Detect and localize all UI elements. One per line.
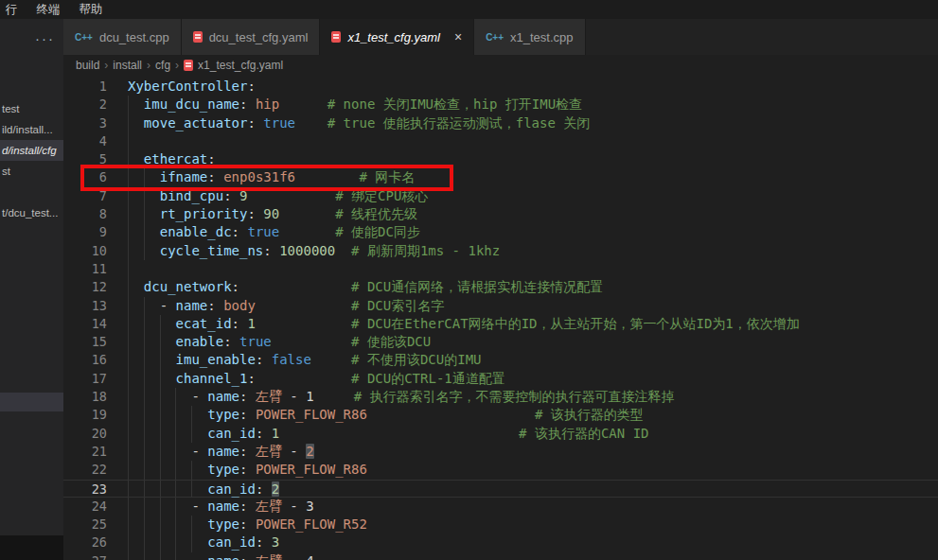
code-line: 2 imu_dcu_name: hip # none 关闭IMU检查，hip 打… xyxy=(63,96,938,114)
line-number: 27 xyxy=(63,552,107,560)
code-line: 16 imu_enable: false # 不使用该DCU的IMU xyxy=(63,351,938,369)
breadcrumb-item[interactable]: cfg xyxy=(155,59,170,72)
code-line: 8 rt_priority: 90 # 线程优先级 xyxy=(63,205,938,223)
line-number: 16 xyxy=(63,351,107,369)
code-line-text: can_id: 3 xyxy=(107,534,279,551)
sidebar-selected-row[interactable] xyxy=(0,393,63,411)
tab-bar: C++dcu_test.cppdcu_test_cfg.yamlx1_test_… xyxy=(63,19,938,55)
code-line: 12 dcu_network: # DCU通信网络，请根据实机连接情况配置 xyxy=(63,278,938,296)
indent-guide xyxy=(128,534,129,551)
indent-guide xyxy=(160,351,161,369)
indent-guide xyxy=(144,516,145,534)
yaml-file-icon xyxy=(193,31,203,43)
indent-guide xyxy=(128,315,129,333)
breadcrumb-file[interactable]: x1_test_cfg.yaml xyxy=(184,59,283,72)
line-number: 26 xyxy=(63,534,107,551)
indent-guide xyxy=(128,552,129,560)
line-number: 13 xyxy=(63,297,107,315)
menu-item-2[interactable]: 帮助 xyxy=(80,2,103,18)
indent-guide xyxy=(191,406,192,424)
close-icon[interactable]: × xyxy=(454,30,462,44)
indent-guide xyxy=(144,498,145,516)
indent-guide xyxy=(175,498,176,516)
indent-guide xyxy=(128,150,129,168)
indent-guide xyxy=(128,278,129,296)
indent-guide xyxy=(128,388,129,406)
code-line-text xyxy=(107,260,128,278)
indent-guide xyxy=(144,534,145,551)
sidebar-item[interactable]: test xyxy=(0,98,63,119)
indent-guide xyxy=(160,425,161,443)
indent-guide xyxy=(128,96,129,114)
tab-x1_test_cfg.yaml[interactable]: x1_test_cfg.yaml× xyxy=(320,19,474,55)
code-line: 1XyberController: xyxy=(63,78,938,96)
line-number: 23 xyxy=(63,481,107,497)
sidebar-item[interactable]: d/install/cfg xyxy=(0,140,63,161)
menu-item-1[interactable]: 终端 xyxy=(37,2,61,18)
indent-guide xyxy=(160,388,161,406)
sidebar-item xyxy=(0,182,63,202)
indent-guide xyxy=(191,516,192,534)
code-line: 17 channel_1: # DCU的CTRL-1通道配置 xyxy=(63,370,938,388)
tab-x1_test.cpp[interactable]: C++x1_test.cpp xyxy=(474,19,585,55)
code-line-text: type: POWER_FLOW_R86 # 该执行器的类型 xyxy=(107,406,644,424)
sidebar-item[interactable]: ild/install... xyxy=(0,119,63,140)
code-line-text: ecat_id: 1 # DCU在EtherCAT网络中的ID，从主站开始，第一… xyxy=(107,315,800,333)
breadcrumb: build›install›cfg› x1_test_cfg.yaml xyxy=(63,55,938,76)
breadcrumb-item[interactable]: build xyxy=(76,59,99,72)
indent-guide xyxy=(175,534,176,551)
code-line-text: enable: true # 使能该DCU xyxy=(107,333,431,351)
editor-group: C++dcu_test.cppdcu_test_cfg.yamlx1_test_… xyxy=(63,19,938,560)
indent-guide xyxy=(144,297,145,315)
line-number: 5 xyxy=(63,150,107,168)
indent-guide xyxy=(128,443,129,461)
indent-guide xyxy=(128,132,129,150)
code-line: 19 type: POWER_FLOW_R86 # 该执行器的类型 xyxy=(63,406,938,424)
line-number: 12 xyxy=(63,278,107,296)
code-line-text: - name: 左臂 - 2 xyxy=(107,443,314,461)
line-number: 11 xyxy=(63,260,107,278)
indent-guide xyxy=(175,425,176,443)
more-actions-button[interactable]: ··· xyxy=(35,30,55,46)
indent-guide xyxy=(175,443,176,461)
sidebar-item[interactable]: st xyxy=(0,161,63,182)
indent-guide xyxy=(191,534,192,551)
tab-label: dcu_test.cpp xyxy=(99,30,169,44)
yaml-file-icon xyxy=(184,60,193,71)
indent-guide xyxy=(191,461,192,479)
indent-guide xyxy=(144,370,145,388)
indent-guide xyxy=(144,242,145,260)
menu-item-0[interactable]: 行 xyxy=(6,2,18,18)
indent-guide xyxy=(128,333,129,351)
indent-guide xyxy=(160,498,161,516)
code-line-text: can_id: 2 xyxy=(107,481,279,497)
indent-guide xyxy=(175,388,176,406)
indent-guide xyxy=(128,406,129,424)
indent-guide xyxy=(191,481,192,497)
indent-guide xyxy=(160,443,161,461)
breadcrumb-item[interactable]: install xyxy=(113,59,142,72)
code-editor[interactable]: 1XyberController:2 imu_dcu_name: hip # n… xyxy=(63,76,938,560)
indent-guide xyxy=(144,315,145,333)
code-line: 15 enable: true # 使能该DCU xyxy=(63,333,938,351)
indent-guide xyxy=(144,425,145,443)
code-line: 5 ethercat: xyxy=(63,150,938,168)
sidebar-item[interactable]: t/dcu_test... xyxy=(0,202,63,223)
code-line-text: enable_dc: true # 使能DC同步 xyxy=(107,223,420,241)
code-line: 24 - name: 左臂 - 3 xyxy=(63,498,938,516)
code-line-text: can_id: 1 # 该执行器的CAN ID xyxy=(107,425,649,443)
code-line: 14 ecat_id: 1 # DCU在EtherCAT网络中的ID，从主站开始… xyxy=(63,315,938,333)
indent-guide xyxy=(144,481,145,497)
indent-guide xyxy=(191,425,192,443)
breadcrumb-file-label: x1_test_cfg.yaml xyxy=(198,59,283,72)
workbench: ··· testild/install...d/install/cfgstt/d… xyxy=(0,19,938,560)
code-line-text: - name: body # DCU索引名字 xyxy=(107,297,444,315)
menu-bar: 行终端帮助 xyxy=(0,0,938,19)
breadcrumb-parts: build›install›cfg› xyxy=(76,59,179,72)
tab-dcu_test.cpp[interactable]: C++dcu_test.cpp xyxy=(63,19,182,55)
tab-dcu_test_cfg.yaml[interactable]: dcu_test_cfg.yaml xyxy=(182,19,321,55)
code-line-text: - name: 左臂 - 4 xyxy=(107,552,314,560)
indent-guide xyxy=(128,260,129,278)
code-line-text: type: POWER_FLOW_R52 xyxy=(107,516,367,534)
indent-guide xyxy=(144,333,145,351)
